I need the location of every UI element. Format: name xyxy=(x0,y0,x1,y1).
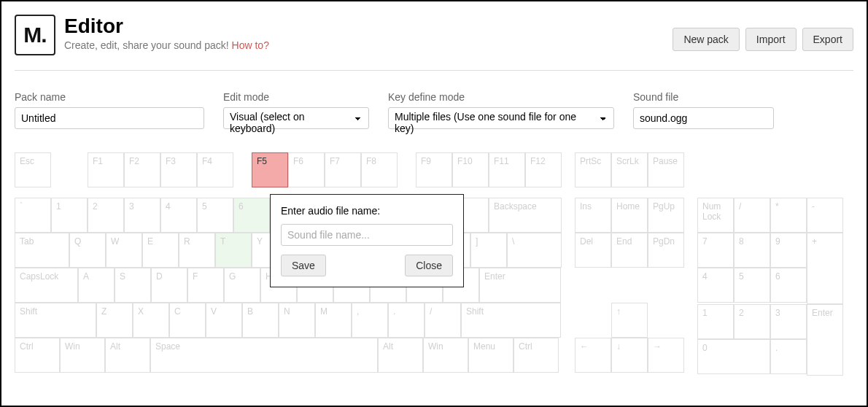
key-c[interactable]: C xyxy=(169,303,206,338)
key-f6[interactable]: F6 xyxy=(288,152,325,187)
popup-save-button[interactable]: Save xyxy=(281,255,326,276)
key-4[interactable]: 4 xyxy=(160,198,197,233)
page-title: Editor xyxy=(64,15,269,38)
key-m[interactable]: M xyxy=(315,303,352,338)
key-home[interactable]: Home xyxy=(611,198,648,233)
key-backtick[interactable]: ` xyxy=(15,198,51,233)
key-np-2[interactable]: 2 xyxy=(734,304,770,339)
key-rctrl[interactable]: Ctrl xyxy=(514,338,559,373)
audio-file-name-input[interactable] xyxy=(281,224,453,246)
key-w[interactable]: W xyxy=(106,233,142,268)
key-np-0[interactable]: 0 xyxy=(697,339,770,374)
key-t[interactable]: T xyxy=(215,233,252,268)
key-f12[interactable]: F12 xyxy=(525,152,562,187)
key-f4[interactable]: F4 xyxy=(197,152,233,187)
key-6[interactable]: 6 xyxy=(233,198,270,233)
key-n[interactable]: N xyxy=(279,303,315,338)
key-np-subtract[interactable]: - xyxy=(807,198,843,233)
edit-mode-select[interactable]: Visual (select on keyboard) xyxy=(223,107,369,129)
pack-name-label: Pack name xyxy=(15,91,204,103)
key-f2[interactable]: F2 xyxy=(124,152,160,187)
key-np-4[interactable]: 4 xyxy=(697,268,734,303)
key-e[interactable]: E xyxy=(142,233,179,268)
key-end[interactable]: End xyxy=(611,233,648,268)
key-lalt[interactable]: Alt xyxy=(105,338,150,373)
key-z[interactable]: Z xyxy=(96,303,133,338)
popup-close-button[interactable]: Close xyxy=(405,255,453,276)
key-np-8[interactable]: 8 xyxy=(734,233,770,268)
key-left[interactable]: ← xyxy=(575,338,611,373)
key-down[interactable]: ↓ xyxy=(611,338,648,373)
key-np-7[interactable]: 7 xyxy=(697,233,734,268)
key-np-add[interactable]: + xyxy=(807,233,843,304)
key-prtsc[interactable]: PrtSc xyxy=(575,152,611,187)
key-np-enter[interactable]: Enter xyxy=(807,304,843,376)
key-backslash[interactable]: \ xyxy=(507,233,562,268)
export-button[interactable]: Export xyxy=(802,28,853,51)
pack-name-input[interactable] xyxy=(15,107,204,129)
key-pgdn[interactable]: PgDn xyxy=(648,233,684,268)
import-button[interactable]: Import xyxy=(745,28,797,51)
key-f11[interactable]: F11 xyxy=(489,152,525,187)
key-g[interactable]: G xyxy=(224,268,260,303)
key-rwin[interactable]: Win xyxy=(423,338,468,373)
key-tab[interactable]: Tab xyxy=(15,233,69,268)
key-menu[interactable]: Menu xyxy=(468,338,514,373)
key-f7[interactable]: F7 xyxy=(325,152,361,187)
key-np-6[interactable]: 6 xyxy=(770,268,807,303)
key-2[interactable]: 2 xyxy=(88,198,124,233)
key-np-dot[interactable]: . xyxy=(770,339,807,374)
key-f5[interactable]: F5 xyxy=(252,152,288,187)
key-q[interactable]: Q xyxy=(69,233,106,268)
popup-label: Enter audio file name: xyxy=(281,205,453,217)
new-pack-button[interactable]: New pack xyxy=(673,28,739,51)
key-d[interactable]: D xyxy=(151,268,187,303)
key-r[interactable]: R xyxy=(179,233,215,268)
key-slash[interactable]: / xyxy=(425,303,461,338)
key-f1[interactable]: F1 xyxy=(88,152,124,187)
key-np-9[interactable]: 9 xyxy=(770,233,807,268)
key-rbracket[interactable]: ] xyxy=(470,233,507,268)
sound-file-input[interactable] xyxy=(633,107,774,129)
key-lshift[interactable]: Shift xyxy=(15,303,96,338)
key-f9[interactable]: F9 xyxy=(416,152,452,187)
key-period[interactable]: . xyxy=(388,303,425,338)
key-del[interactable]: Del xyxy=(575,233,611,268)
key-lctrl[interactable]: Ctrl xyxy=(15,338,60,373)
key-right[interactable]: → xyxy=(648,338,684,373)
key-enter[interactable]: Enter xyxy=(479,268,561,303)
key-v[interactable]: V xyxy=(206,303,242,338)
key-np-1[interactable]: 1 xyxy=(697,304,734,339)
key-b[interactable]: B xyxy=(242,303,279,338)
key-scrlk[interactable]: ScrLk xyxy=(611,152,648,187)
key-f[interactable]: F xyxy=(187,268,224,303)
key-x[interactable]: X xyxy=(133,303,169,338)
key-up[interactable]: ↑ xyxy=(611,303,648,338)
key-space[interactable]: Space xyxy=(150,338,378,373)
key-numlock[interactable]: Num Lock xyxy=(697,198,734,233)
key-s[interactable]: S xyxy=(115,268,151,303)
key-3[interactable]: 3 xyxy=(124,198,160,233)
key-f3[interactable]: F3 xyxy=(160,152,197,187)
key-pause[interactable]: Pause xyxy=(648,152,684,187)
key-np-3[interactable]: 3 xyxy=(770,304,807,339)
key-pgup[interactable]: PgUp xyxy=(648,198,684,233)
key-rshift[interactable]: Shift xyxy=(461,303,561,338)
key-1[interactable]: 1 xyxy=(51,198,88,233)
key-5[interactable]: 5 xyxy=(197,198,233,233)
key-f10[interactable]: F10 xyxy=(452,152,489,187)
key-np-multiply[interactable]: * xyxy=(770,198,807,233)
key-f8[interactable]: F8 xyxy=(361,152,398,187)
key-np-5[interactable]: 5 xyxy=(734,268,770,303)
key-a[interactable]: A xyxy=(78,268,115,303)
key-define-select[interactable]: Multiple files (Use one sound file for o… xyxy=(388,107,614,129)
key-comma[interactable]: , xyxy=(352,303,388,338)
key-esc[interactable]: Esc xyxy=(15,152,51,187)
key-np-divide[interactable]: / xyxy=(734,198,770,233)
key-ins[interactable]: Ins xyxy=(575,198,611,233)
howto-link[interactable]: How to? xyxy=(232,39,269,51)
key-lwin[interactable]: Win xyxy=(60,338,105,373)
key-capslock[interactable]: CapsLock xyxy=(15,268,78,303)
key-ralt[interactable]: Alt xyxy=(378,338,423,373)
key-backspace[interactable]: Backspace xyxy=(489,198,562,233)
